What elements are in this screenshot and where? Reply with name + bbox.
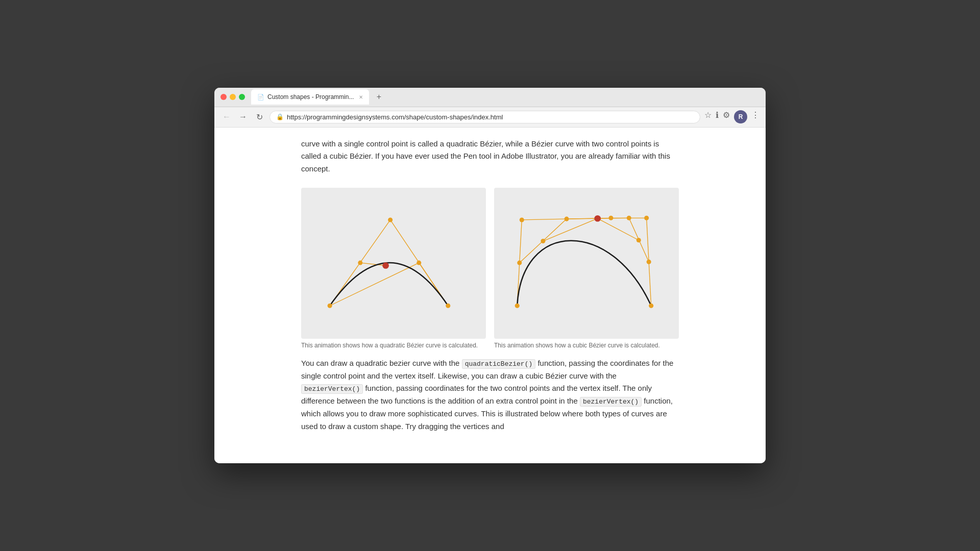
addressbar: ← → ↻ 🔒 https://programmingdesignsystems…	[214, 107, 766, 128]
menu-icon[interactable]: ⋮	[751, 110, 760, 123]
right-diagram-container: This animation shows how a cubic Bézier …	[494, 188, 679, 349]
code-bezier-vertex: bezierVertex()	[301, 384, 363, 394]
tab-close-icon[interactable]: ✕	[359, 94, 363, 100]
toolbar-icons: ☆ ℹ ⚙ R ⋮	[704, 110, 760, 123]
lock-icon: 🔒	[276, 113, 284, 120]
svg-point-29	[627, 216, 631, 220]
reload-button[interactable]: ↻	[253, 112, 265, 122]
svg-point-26	[644, 216, 649, 220]
svg-point-27	[517, 260, 522, 265]
code-quadratic: quadraticBezier()	[462, 359, 536, 369]
titlebar: 📄 Custom shapes - Programmin... ✕ +	[214, 88, 766, 107]
svg-point-33	[594, 215, 601, 222]
minimize-button[interactable]	[230, 94, 236, 100]
left-diagram-caption: This animation shows how a quadratic Béz…	[301, 342, 486, 349]
cubic-bezier-diagram	[494, 188, 679, 339]
extension-icon[interactable]: ⚙	[723, 110, 730, 123]
body-paragraph: You can draw a quadratic bezier curve wi…	[301, 357, 679, 433]
content-inner: curve with a single control point is cal…	[291, 128, 689, 443]
svg-rect-12	[494, 195, 679, 332]
close-button[interactable]	[220, 94, 227, 100]
tab-bar: 📄 Custom shapes - Programmin... ✕ +	[251, 89, 760, 105]
svg-point-22	[515, 304, 520, 308]
svg-point-24	[520, 217, 524, 222]
diagrams-row: This animation shows how a quadratic Béz…	[301, 188, 679, 349]
profile-avatar[interactable]: R	[734, 110, 747, 123]
page-content: curve with a single control point is cal…	[214, 128, 766, 464]
tab-title: Custom shapes - Programmin...	[267, 93, 354, 101]
svg-point-28	[565, 216, 569, 221]
quadratic-bezier-diagram	[301, 188, 486, 339]
cubic-bezier-svg	[494, 188, 679, 339]
back-button[interactable]: ←	[220, 112, 233, 121]
page-icon: 📄	[257, 94, 264, 101]
svg-point-31	[541, 239, 545, 243]
new-tab-button[interactable]: +	[372, 90, 385, 104]
address-field[interactable]: 🔒 https://programmingdesignsystems.com/s…	[270, 111, 700, 123]
svg-point-9	[358, 260, 362, 265]
left-diagram-container: This animation shows how a quadratic Béz…	[301, 188, 486, 349]
quadratic-bezier-svg	[301, 188, 486, 339]
svg-point-7	[446, 304, 450, 308]
url-text: https://programmingdesignsystems.com/sha…	[287, 113, 503, 121]
svg-point-8	[388, 217, 393, 222]
traffic-lights	[220, 94, 245, 100]
forward-button[interactable]: →	[237, 112, 249, 121]
right-diagram-caption: This animation shows how a cubic Bézier …	[494, 342, 679, 349]
code-bezier-vertex2: bezierVertex()	[580, 397, 642, 407]
info-icon[interactable]: ℹ	[716, 110, 719, 123]
maximize-button[interactable]	[239, 94, 245, 100]
svg-point-25	[608, 216, 613, 220]
active-tab[interactable]: 📄 Custom shapes - Programmin... ✕	[251, 89, 369, 105]
svg-point-10	[416, 260, 421, 265]
svg-point-32	[636, 238, 641, 242]
svg-point-11	[382, 262, 389, 269]
browser-window: 📄 Custom shapes - Programmin... ✕ + ← → …	[214, 88, 766, 464]
svg-point-6	[328, 304, 332, 308]
svg-point-23	[649, 304, 653, 308]
intro-paragraph: curve with a single control point is cal…	[301, 138, 679, 176]
svg-point-30	[647, 260, 651, 264]
bookmark-icon[interactable]: ☆	[704, 110, 712, 123]
